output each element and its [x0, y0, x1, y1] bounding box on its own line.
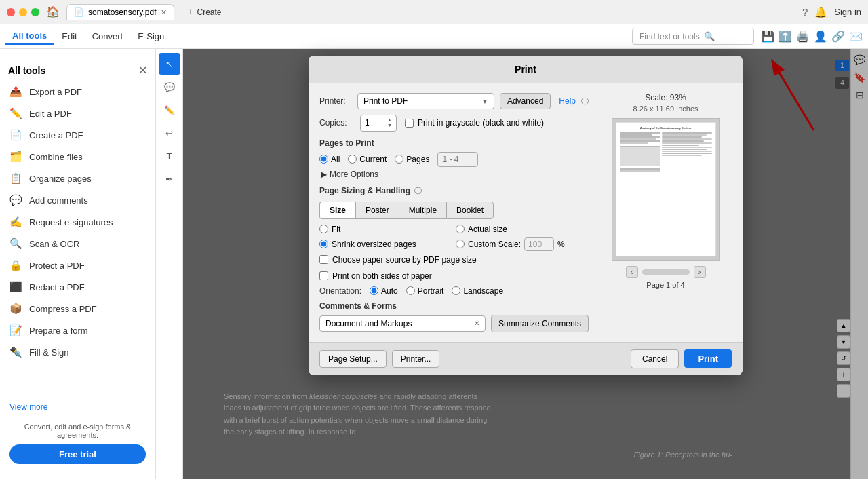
page-scroll-bar[interactable] [642, 269, 690, 275]
sidebar-item-compress[interactable]: 📦Compress a PDF [0, 298, 155, 320]
draw-tool-btn[interactable]: ✏️ [159, 99, 180, 121]
sidebar-item-combine[interactable]: 🗂️Combine files [0, 146, 155, 168]
sidebar-item-esign[interactable]: ✍️Request e-signatures [0, 211, 155, 233]
view-more-link[interactable]: View more [0, 398, 155, 416]
sidebar-item-form[interactable]: 📝Prepare a form [0, 320, 155, 341]
copies-down-btn[interactable]: ▼ [387, 123, 392, 128]
search-box[interactable]: Find text or tools 🔍 [632, 28, 754, 45]
tab-booklet-btn[interactable]: Booklet [446, 202, 494, 219]
print-icon[interactable]: 🖨️ [796, 30, 810, 43]
sidebar-item-comments[interactable]: 💬Add comments [0, 189, 155, 211]
share-icon[interactable]: ✉️ [849, 30, 863, 43]
sidebar-item-redact[interactable]: ⬛Redact a PDF [0, 276, 155, 298]
size-info: 8.26 x 11.69 Inches [599, 104, 732, 113]
shrink-radio[interactable]: Shrink oversized pages [319, 237, 452, 251]
promo-text: Convert, edit and e-sign forms & agreeme… [9, 423, 146, 439]
sidebar-item-organize[interactable]: 📋Organize pages [0, 168, 155, 189]
radio-pages[interactable]: Pages [395, 155, 429, 164]
copies-input[interactable]: 1 ▲ ▼ [360, 115, 397, 132]
sidebar-item-edit[interactable]: ✏️Edit a PDF [0, 102, 155, 124]
advanced-button[interactable]: Advanced [500, 93, 551, 109]
pdf-content-area: ystem Sensory information from Meissner … [183, 49, 868, 479]
link-icon[interactable]: 🔗 [831, 30, 845, 43]
page-setup-button[interactable]: Page Setup... [319, 350, 387, 368]
tab-close-icon[interactable]: ✕ [161, 8, 167, 17]
dialog-title: Print [309, 56, 743, 83]
copies-up-btn[interactable]: ▲ [387, 117, 392, 123]
grayscale-check[interactable]: Print in grayscale (black and white) [405, 118, 544, 128]
pages-section-title: Pages to Print [319, 138, 589, 148]
save-icon[interactable]: 💾 [761, 30, 774, 43]
comment-tool-btn[interactable]: 💬 [159, 76, 180, 98]
orientation-label: Orientation: [319, 286, 361, 296]
bell-icon[interactable]: 🔔 [814, 6, 827, 18]
more-options-triangle: ▶ [321, 170, 327, 179]
scale-input[interactable] [524, 237, 554, 251]
tab-size-btn[interactable]: Size [319, 202, 355, 219]
comments-dropdown-x: ✕ [474, 320, 479, 327]
help-circle-icon: ⓘ [581, 96, 589, 107]
plus-icon: ＋ [186, 6, 195, 18]
new-tab-button[interactable]: ＋ Create [181, 3, 227, 20]
custom-scale-radio[interactable]: Custom Scale: [456, 240, 521, 249]
summarize-button[interactable]: Summarize Comments [491, 315, 589, 332]
orient-portrait-radio[interactable]: Portrait [406, 286, 444, 296]
orient-landscape-radio[interactable]: Landscape [452, 286, 503, 296]
profile-icon[interactable]: 👤 [814, 30, 827, 43]
close-window-btn[interactable] [7, 8, 15, 16]
page-range-input[interactable] [437, 152, 478, 167]
fit-radio[interactable]: Fit [319, 225, 452, 234]
tab-multiple-btn[interactable]: Multiple [399, 202, 446, 219]
sidebar-item-create[interactable]: 📄Create a PDF [0, 124, 155, 146]
sidebar-item-export[interactable]: 📤Export a PDF [0, 81, 155, 102]
comments-select[interactable]: Document and Markups ✕ [319, 315, 486, 332]
radio-all[interactable]: All [319, 155, 340, 164]
radio-current[interactable]: Current [348, 155, 387, 164]
help-icon[interactable]: ? [802, 6, 808, 18]
scroll-tool-btn[interactable]: ↩ [159, 122, 180, 144]
menu-edit[interactable]: Edit [55, 28, 83, 44]
text-tool-btn[interactable]: T [159, 145, 180, 167]
sidebar-item-scan[interactable]: 🔍Scan & OCR [0, 233, 155, 254]
sidebar-item-protect[interactable]: 🔒Protect a PDF [0, 254, 155, 276]
next-page-btn[interactable]: › [694, 266, 706, 278]
comments-title: Comments & Forms [319, 301, 589, 311]
prev-page-btn[interactable]: ‹ [626, 266, 638, 278]
print-dialog-overlay: Print Printer: Print to PDF ▼ Ad [183, 49, 868, 479]
actual-size-radio[interactable]: Actual size [456, 225, 589, 234]
sidebar-item-fillsign[interactable]: ✒️Fill & Sign [0, 341, 155, 363]
preview-box: Anatomy of the Somatosensory System [612, 118, 720, 261]
both-sides-check[interactable]: Print on both sides of paper [319, 271, 589, 281]
free-trial-button[interactable]: Free trial [9, 444, 146, 464]
paper-source-check[interactable]: Choose paper source by PDF page size [319, 255, 589, 265]
more-options-btn[interactable]: ▶ More Options [319, 170, 589, 179]
menu-esign[interactable]: E-Sign [131, 28, 171, 44]
sidebar-close-icon[interactable]: ✕ [138, 64, 147, 77]
sign-tool-btn[interactable]: ✒ [159, 168, 180, 190]
menu-convert[interactable]: Convert [85, 28, 130, 44]
orient-auto-radio[interactable]: Auto [370, 286, 398, 296]
sizing-info-icon[interactable]: ⓘ [414, 186, 422, 196]
menu-bar: All tools Edit Convert E-Sign Find text … [0, 24, 868, 49]
window-controls [7, 8, 39, 16]
page-info: Page 1 of 4 [599, 281, 732, 289]
print-button[interactable]: Print [684, 349, 732, 368]
sizing-title: Page Sizing & Handling [319, 186, 410, 195]
home-icon[interactable]: 🏠 [46, 5, 60, 18]
custom-scale-row: Custom Scale: % [456, 237, 589, 251]
grayscale-checkbox[interactable] [405, 119, 414, 128]
pdf-tab[interactable]: 📄 somatosensory.pdf ✕ [66, 4, 174, 20]
minimize-window-btn[interactable] [19, 8, 27, 16]
printer-dots-button[interactable]: Printer... [392, 350, 440, 368]
cancel-button[interactable]: Cancel [631, 349, 679, 368]
maximize-window-btn[interactable] [31, 8, 39, 16]
select-tool-btn[interactable]: ↖ [159, 53, 180, 75]
toolbar-strip: ↖ 💬 ✏️ ↩ T ✒ [156, 49, 183, 479]
printer-select[interactable]: Print to PDF ▼ [357, 93, 494, 109]
menu-all-tools[interactable]: All tools [5, 28, 54, 45]
upload-icon[interactable]: ⬆️ [778, 30, 792, 43]
tab-poster-btn[interactable]: Poster [355, 202, 399, 219]
sign-in-label[interactable]: Sign in [834, 7, 861, 17]
tab-label: somatosensory.pdf [88, 7, 157, 17]
help-link[interactable]: Help [559, 96, 576, 106]
